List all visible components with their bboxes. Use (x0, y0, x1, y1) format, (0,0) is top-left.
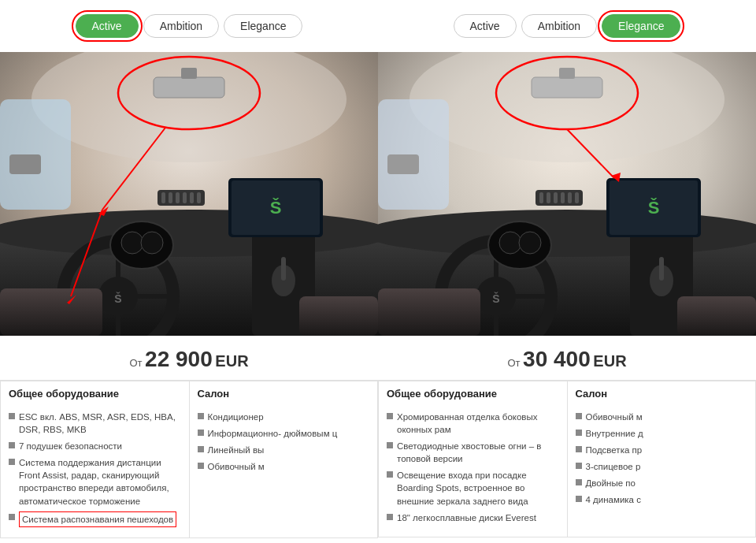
right-feature-boarding: Освещение входа при посадке Boarding Spo… (387, 469, 559, 507)
left-salon-info-text: Информационно- дюймовым ц (208, 427, 338, 440)
right-price-amount: 30 400 (523, 347, 591, 371)
left-feature-pedestrian: Система распознавания пешеходов (9, 511, 181, 527)
svg-rect-15 (176, 192, 180, 203)
bullet-icon (387, 471, 393, 478)
left-car-image: Š Š (0, 52, 378, 336)
right-tab-elegance[interactable]: Elegance (602, 14, 680, 38)
bullet-icon (198, 446, 204, 452)
bullet-icon (387, 413, 393, 419)
left-panel: Active Ambition Elegance (0, 0, 378, 538)
left-price-amount: 22 900 (145, 347, 213, 371)
svg-rect-70 (559, 68, 575, 79)
svg-rect-55 (568, 192, 572, 203)
left-price-currency: EUR (215, 352, 248, 370)
left-tab-elegance[interactable]: Elegance (224, 14, 302, 38)
svg-rect-32 (181, 68, 197, 79)
right-salon-speakers-text: 4 динамика с (586, 493, 641, 506)
svg-rect-51 (539, 192, 543, 203)
right-salon-col: Салон Обивочный м Внутренние д Подсветка… (568, 381, 756, 537)
svg-rect-53 (554, 192, 558, 203)
right-feature-led: Светодиодные хвостовые огни – в топовой … (387, 440, 559, 465)
right-salon-double-text: Двойные по (586, 477, 636, 489)
right-general-header: Общее оборудование (387, 388, 559, 404)
left-salon-upholstery-text: Обивочный м (208, 460, 265, 473)
svg-rect-14 (169, 192, 172, 203)
bullet-icon (198, 430, 204, 436)
right-price: От 30 400 EUR (378, 336, 756, 380)
svg-rect-52 (547, 192, 550, 203)
bullet-icon (576, 413, 582, 419)
svg-rect-13 (161, 192, 165, 203)
left-tabs: Active Ambition Elegance (0, 0, 378, 52)
left-tab-ambition[interactable]: Ambition (143, 14, 219, 38)
feature-airbags-text: 7 подушек безопасности (19, 440, 122, 452)
right-car-image: Š Š (378, 52, 756, 336)
svg-rect-69 (532, 77, 602, 98)
left-general-col: Общее оборудование ESC вкл. ABS, MSR, AS… (1, 381, 190, 537)
left-tab-active[interactable]: Active (76, 14, 139, 38)
left-feature-airbags: 7 подушек безопасности (9, 440, 181, 452)
left-feature-table: Общее оборудование ESC вкл. ABS, MSR, AS… (0, 380, 378, 538)
right-feature-wheels: 18" легкосплавные диски Everest (387, 511, 559, 524)
right-led-text: Светодиодные хвостовые огни – в топовой … (397, 440, 559, 465)
svg-point-66 (519, 232, 541, 254)
left-salon-upholstery: Обивочный м (198, 460, 370, 473)
right-salon-upholstery-text: Обивочный м (586, 411, 643, 423)
right-salon-interior-text: Внутренние д (586, 427, 643, 440)
right-general-col: Общее оборудование Хромированная отделка… (379, 381, 568, 537)
svg-rect-30 (299, 296, 378, 336)
svg-rect-41 (387, 154, 419, 174)
bullet-icon (576, 446, 582, 452)
right-feature-table: Общее оборудование Хромированная отделка… (378, 380, 756, 537)
feature-esc-text: ESC вкл. ABS, MSR, ASR, EDS, HBA, DSR, R… (19, 411, 181, 436)
svg-text:Š: Š (648, 198, 660, 218)
left-feature-esc: ESC вкл. ABS, MSR, ASR, EDS, HBA, DSR, R… (9, 411, 181, 436)
svg-rect-54 (561, 192, 565, 203)
bullet-icon (576, 463, 582, 469)
right-salon-upholstery: Обивочный м (576, 411, 748, 423)
right-salon-backlight: Подсветка пр (576, 444, 748, 456)
right-salon-backlight-text: Подсветка пр (586, 444, 643, 456)
bullet-icon (9, 514, 15, 520)
bullet-icon (198, 463, 204, 469)
left-price: От 22 900 EUR (0, 336, 378, 380)
right-salon-double: Двойные по (576, 477, 748, 489)
svg-rect-16 (183, 192, 187, 203)
left-salon-linear-text: Линейный вы (208, 444, 265, 456)
svg-text:Š: Š (492, 292, 499, 305)
svg-rect-31 (154, 77, 224, 98)
right-salon-wheel: 3-спицевое р (576, 460, 748, 473)
right-chrome-text: Хромированная отделка боковых оконных ра… (397, 411, 559, 436)
right-salon-wheel-text: 3-спицевое р (586, 460, 641, 473)
bullet-icon (9, 459, 15, 465)
bullet-icon (576, 430, 582, 436)
right-wheels-text: 18" легкосплавные диски Everest (397, 511, 536, 524)
right-tab-active[interactable]: Active (454, 14, 517, 38)
left-general-header: Общее оборудование (9, 388, 181, 404)
svg-rect-17 (190, 192, 194, 203)
left-salon-linear: Линейный вы (198, 444, 370, 456)
svg-rect-67 (378, 288, 480, 336)
svg-rect-8 (281, 257, 286, 281)
right-salon-interior: Внутренние д (576, 427, 748, 440)
left-salon-ac-text: Кондиционер (208, 411, 264, 423)
feature-pedestrian-text: Система распознавания пешеходов (19, 511, 176, 527)
svg-point-65 (499, 232, 521, 254)
svg-text:Š: Š (114, 292, 121, 305)
bullet-icon (387, 442, 393, 448)
right-tab-ambition[interactable]: Ambition (521, 14, 597, 38)
svg-point-28 (141, 232, 163, 254)
svg-rect-68 (677, 296, 756, 336)
svg-text:Š: Š (270, 198, 282, 218)
bullet-icon (576, 496, 582, 502)
left-salon-info: Информационно- дюймовым ц (198, 427, 370, 440)
svg-rect-29 (0, 288, 102, 336)
right-price-currency: EUR (593, 352, 626, 370)
right-price-prefix: От (507, 357, 520, 369)
svg-rect-56 (575, 192, 579, 203)
right-panel: Active Ambition Elegance (378, 0, 756, 538)
left-price-prefix: От (129, 357, 142, 369)
feature-front-assist-text: Система поддержания дистанции Front Assi… (19, 456, 181, 507)
bullet-icon (198, 413, 204, 419)
right-feature-chrome: Хромированная отделка боковых оконных ра… (387, 411, 559, 436)
